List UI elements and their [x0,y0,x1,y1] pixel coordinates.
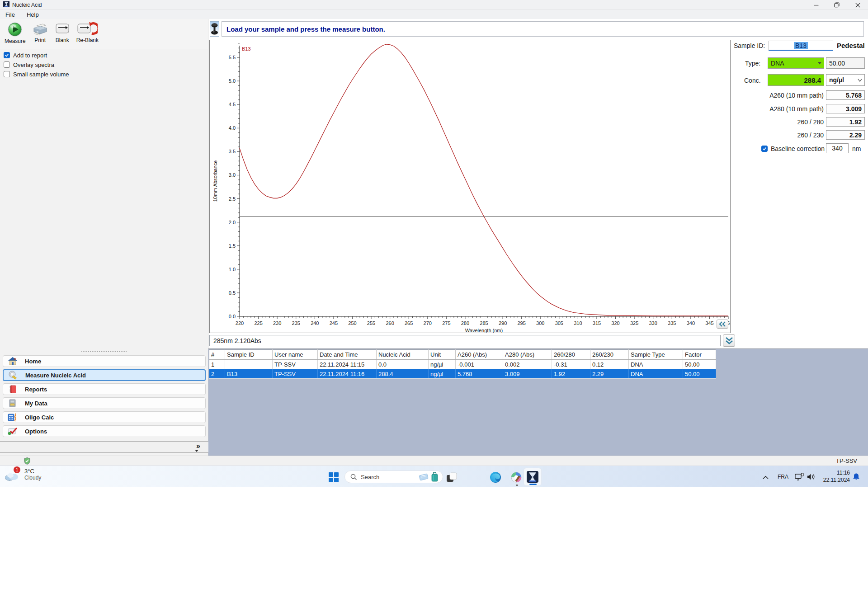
column-header[interactable]: 260/280 [552,350,590,360]
sidebar-collapse-bar[interactable]: » [0,441,208,453]
axis-tick-label: 3.5 [229,149,236,154]
oligo-calc-icon [8,413,18,422]
sidebar-item-home[interactable]: Home [3,355,206,367]
panel-splitter-handle[interactable] [81,351,127,352]
axis-tick-label: 260 [386,320,394,326]
baseline-correction-row: Baseline correction [761,145,825,152]
type-dropdown[interactable]: DNA [768,57,824,69]
table-row[interactable]: 2B13TP-SSV22.11.2024 11:16288.4ng/µl5.76… [209,369,716,379]
spectrum-chart[interactable]: 0.00.51.01.52.02.53.03.54.04.55.05.52202… [209,40,731,333]
ratio-260-230-label: 260 / 230 [741,132,824,139]
spectrum-chart-svg[interactable]: 0.00.51.01.52.02.53.03.54.04.55.05.52202… [210,40,730,333]
column-header[interactable]: 260/230 [590,350,629,360]
series-label: B13 [242,46,251,52]
edge-browser-button[interactable] [490,471,501,483]
column-header[interactable]: Sample ID [225,350,273,360]
window-title: Nucleic Acid [12,2,42,8]
checkbox-box[interactable] [4,61,10,68]
results-table-panel: #Sample IDUser nameDate and TimeNucleic … [208,348,868,456]
restore-button[interactable] [826,0,847,10]
axis-tick-label: 320 [611,320,619,326]
tray-overflow-button[interactable] [761,473,769,481]
language-indicator[interactable]: FRA [778,474,788,480]
wavelength-readout: 285nm 2.120Abs [209,335,721,346]
checkbox-small-sample-volume[interactable]: Small sample volume [4,70,69,78]
task-view-button[interactable] [446,471,458,483]
table-cell: -0.001 [456,360,503,369]
checkbox-overlay-spectra[interactable]: Overlay spectra [4,61,54,69]
column-header[interactable]: A260 (Abs) [456,350,503,360]
conc-unit-dropdown[interactable]: ng/µl [826,74,865,86]
a260-value: 5.768 [846,92,862,99]
ratio-260-280-value: 1.92 [849,118,862,126]
expand-table-button[interactable] [723,334,735,347]
table-cell [225,360,273,369]
blank-button[interactable]: Blank [53,21,72,44]
home-icon [8,357,18,366]
chevron-down-icon [858,79,862,82]
column-header[interactable]: # [209,350,225,360]
column-header[interactable]: A280 (Abs) [503,350,552,360]
sidebar-item-reports[interactable]: Reports [3,383,206,395]
close-button[interactable] [847,0,868,10]
column-header[interactable]: Unit [429,350,456,360]
a260-field: 5.768 [826,90,865,100]
weather-condition: Cloudy [24,475,41,481]
column-header[interactable]: User name [273,350,318,360]
reports-icon [8,385,18,394]
checkbox-add-to-report[interactable]: Add to report [4,51,47,59]
column-header[interactable]: Factor [683,350,716,360]
close-icon [855,3,860,8]
axis-tick-label: 285 [480,320,488,326]
baseline-correction-label: Baseline correction [771,145,825,152]
column-header[interactable]: Date and Time [318,350,377,360]
checkbox-box[interactable] [4,71,10,77]
table-cell: 2.29 [590,369,629,379]
table-cell: 22.11.2024 11:15 [318,360,377,369]
paint-app-button[interactable] [510,471,522,483]
checkbox-box[interactable] [4,52,10,58]
minimize-button[interactable] [806,0,826,10]
minimize-icon [814,3,819,8]
ratio-260-230-field: 2.29 [826,130,865,140]
sidebar-item-oligo-calc[interactable]: Oligo Calc [3,411,206,423]
sidebar-item-measure-nucleic-acid[interactable]: Measure Nucleic Acid [3,369,206,381]
type-factor-field[interactable]: 50.00 [826,57,865,69]
print-button[interactable]: Print [30,21,50,44]
results-table[interactable]: #Sample IDUser nameDate and TimeNucleic … [209,349,716,379]
column-header[interactable]: Nucleic Acid [377,350,429,360]
sidebar-item-my-data[interactable]: My Data [3,397,206,409]
menu-file[interactable]: File [5,11,16,18]
sample-id-input[interactable]: B13 [769,41,833,51]
measure-button[interactable]: Measure [3,21,28,45]
baseline-correction-checkbox[interactable] [761,146,768,152]
weather-widget[interactable]: 1 3°C Cloudy [5,468,41,481]
taskbar-search[interactable]: Search [344,471,443,483]
mode-label: Pedestal [837,42,865,49]
conc-unit-value: ng/µl [829,76,844,84]
edge-icon [490,471,501,483]
sidebar-item-options[interactable]: Options [3,425,206,437]
start-button[interactable] [328,471,340,483]
column-header[interactable]: Sample Type [629,350,683,360]
taskbar-clock[interactable]: 11:16 22.11.2024 [819,469,850,484]
baseline-wavelength-input[interactable]: 340 [826,143,849,153]
axis-tick-label: 330 [649,320,657,326]
active-app-button[interactable] [524,468,542,486]
message-bar: Load your sample and press the measure b… [222,21,864,37]
axis-tick-label: 270 [424,320,432,326]
volume-button[interactable] [806,472,816,481]
table-row[interactable]: 1TP-SSV22.11.2024 11:150.0ng/µl-0.0010.0… [209,360,716,369]
x-axis-title: Wavelength (nm) [465,328,503,333]
notifications-button[interactable] [852,472,861,482]
axis-tick-label: 1.0 [229,267,236,272]
axis-tick-label: 275 [442,320,450,326]
menubar: File Help [0,10,868,19]
baseline-wavelength-value: 340 [832,145,842,152]
weather-badge: 1 [14,466,20,473]
chart-collapse-button[interactable] [717,320,728,329]
menu-help[interactable]: Help [26,11,40,18]
reblank-button[interactable]: Re-Blank [75,21,100,44]
network-button[interactable] [794,472,804,481]
table-cell: ng/µl [429,360,456,369]
